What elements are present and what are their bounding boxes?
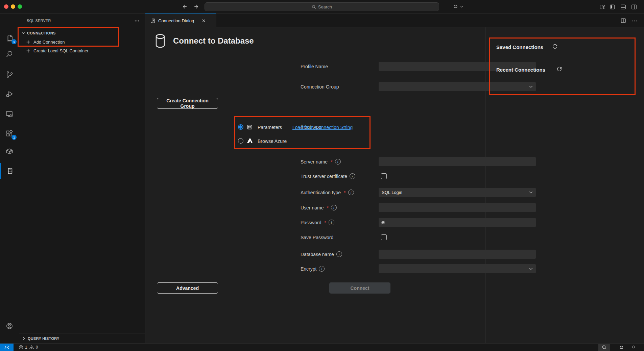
activity-bar: 1 1 xyxy=(0,14,19,343)
user-name-text: User name xyxy=(301,205,324,210)
password-input[interactable] xyxy=(379,218,536,227)
sidebar-item-extensions[interactable]: 1 xyxy=(0,125,19,142)
browse-azure-radio[interactable] xyxy=(238,138,243,144)
authentication-type-text: Authentication type xyxy=(301,190,341,195)
info-icon[interactable]: i xyxy=(331,205,337,210)
server-name-text: Server name xyxy=(301,159,328,165)
save-password-checkbox[interactable] xyxy=(381,234,387,240)
save-password-label: Save Password xyxy=(301,233,333,242)
info-icon[interactable]: i xyxy=(348,190,354,195)
sidebar-item-explorer[interactable]: 1 xyxy=(0,30,19,46)
info-icon[interactable]: i xyxy=(335,159,341,165)
sidebar-item-sql-server[interactable] xyxy=(0,163,20,179)
more-actions-icon[interactable] xyxy=(134,19,140,23)
parameters-radio[interactable] xyxy=(238,124,243,130)
tab-connection-dialog[interactable]: Connection Dialog xyxy=(145,14,216,27)
problems-status[interactable]: 1 0 xyxy=(19,344,38,351)
secondary-sidebar-icon[interactable] xyxy=(631,4,637,10)
plus-icon xyxy=(26,49,30,53)
zoom-window-button[interactable] xyxy=(18,4,22,9)
chevron-right-icon xyxy=(22,336,26,341)
zoom-status-button[interactable] xyxy=(598,344,610,351)
tab-label: Connection Dialog xyxy=(158,18,194,23)
query-history-label: QUERY HISTORY xyxy=(28,336,59,341)
authentication-type-label: Authentication type * i xyxy=(301,188,354,197)
sidebar-item-search[interactable] xyxy=(0,46,19,62)
explorer-badge: 1 xyxy=(11,39,17,44)
close-window-button[interactable] xyxy=(4,4,8,9)
query-history-section-header[interactable]: QUERY HISTORY xyxy=(19,333,145,343)
required-mark: * xyxy=(327,205,328,210)
info-icon[interactable]: i xyxy=(350,173,355,179)
error-count: 1 xyxy=(25,345,27,350)
authentication-type-select[interactable]: SQL Login xyxy=(379,188,536,197)
split-editor-icon[interactable] xyxy=(621,18,626,23)
user-name-input[interactable] xyxy=(379,203,536,212)
copilot-menu[interactable] xyxy=(452,3,463,10)
load-connection-string-link[interactable]: Load from Connection String xyxy=(292,125,353,130)
extensions-badge: 1 xyxy=(11,135,17,140)
azure-icon xyxy=(246,137,253,144)
close-icon[interactable] xyxy=(201,19,206,23)
authentication-type-value: SQL Login xyxy=(382,190,402,195)
eye-off-icon[interactable] xyxy=(380,220,386,226)
saved-connections-header: Saved Connections xyxy=(496,44,543,50)
page-title: Connect to Database xyxy=(173,36,254,46)
add-connection-label: Add Connection xyxy=(33,40,65,45)
info-icon[interactable]: i xyxy=(319,266,325,272)
panel-toggle-icon[interactable] xyxy=(620,4,626,10)
database-name-label: Database name i xyxy=(301,250,342,259)
advanced-button[interactable]: Advanced xyxy=(157,282,218,294)
connections-section-header[interactable]: CONNECTIONS xyxy=(19,30,145,36)
forward-icon[interactable] xyxy=(193,4,198,9)
error-icon xyxy=(19,345,23,350)
required-mark: * xyxy=(344,190,345,195)
required-mark: * xyxy=(324,220,326,225)
info-icon[interactable]: i xyxy=(336,251,342,257)
add-connection-item[interactable]: Add Connection xyxy=(19,38,145,46)
sql-server-icon xyxy=(6,167,15,175)
copilot-icon xyxy=(452,3,459,10)
server-name-label: Server name * i xyxy=(301,157,341,166)
trust-certificate-checkbox[interactable] xyxy=(381,173,387,179)
sidebar-item-source-control[interactable] xyxy=(0,66,19,82)
create-connection-group-button[interactable]: Create Connection Group xyxy=(157,98,218,109)
pane-divider xyxy=(485,27,486,343)
panel-title: SQL SERVER xyxy=(27,19,51,23)
chevron-down-icon xyxy=(529,268,533,270)
connection-group-select[interactable] xyxy=(379,82,536,91)
source-control-icon xyxy=(5,70,14,79)
search-input[interactable]: Search xyxy=(205,2,439,11)
remote-indicator[interactable] xyxy=(0,344,14,351)
connection-dialog-icon xyxy=(150,18,156,24)
bell-icon[interactable] xyxy=(631,345,636,350)
title-bar: Search xyxy=(0,0,644,14)
copilot-status-icon[interactable] xyxy=(619,345,624,350)
password-label: Password * i xyxy=(301,218,334,227)
parameters-icon xyxy=(247,124,253,130)
layout-icon[interactable] xyxy=(599,4,605,10)
encrypt-text: Encrypt xyxy=(301,266,316,272)
sidebar-item-run-debug[interactable] xyxy=(0,86,19,102)
connections-section-label: CONNECTIONS xyxy=(27,31,56,35)
refresh-icon[interactable] xyxy=(552,44,558,49)
encrypt-select[interactable] xyxy=(379,264,536,273)
account-button[interactable] xyxy=(0,318,19,334)
minimize-window-button[interactable] xyxy=(11,4,15,9)
password-text: Password xyxy=(301,220,321,225)
refresh-icon[interactable] xyxy=(556,66,562,72)
back-icon[interactable] xyxy=(182,4,188,9)
sidebar-toggle-icon[interactable] xyxy=(610,4,615,10)
database-name-input[interactable] xyxy=(379,250,536,259)
warning-count: 0 xyxy=(36,345,38,350)
editor-more-actions-icon[interactable] xyxy=(632,20,637,22)
remote-indicator-icon xyxy=(4,345,9,349)
sidebar-item-remote-explorer[interactable] xyxy=(0,106,19,122)
connect-button[interactable]: Connect xyxy=(329,282,390,294)
info-icon[interactable]: i xyxy=(329,220,334,225)
sidebar-item-containers[interactable] xyxy=(0,143,19,159)
server-name-input[interactable] xyxy=(379,157,536,166)
database-name-text: Database name xyxy=(301,252,334,257)
create-local-sql-container-item[interactable]: Create Local SQL Container xyxy=(19,47,145,55)
chevron-down-icon xyxy=(529,191,533,194)
